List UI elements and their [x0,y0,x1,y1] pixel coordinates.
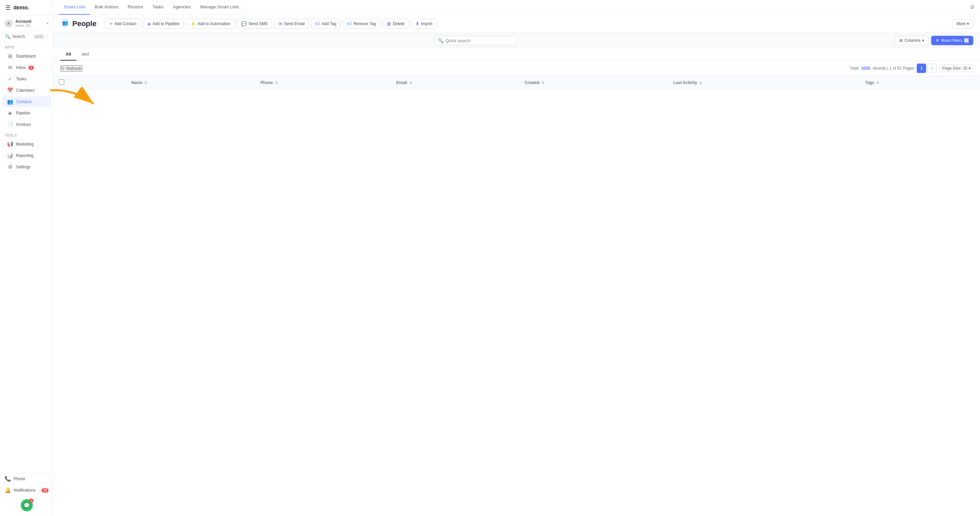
delete-button[interactable]: 🗑 Delete [382,19,409,29]
tools-section-label: Tools [0,130,53,138]
refresh-button[interactable]: ↻ Refresh [60,65,82,71]
add-tag-button[interactable]: 🏷 Add Tag [311,19,341,29]
topnav-bulk-actions[interactable]: Bulk Actions [90,0,123,15]
th-tags[interactable]: Tags ⇅ [860,76,980,89]
page-size-selector[interactable]: Page Size: 20 ▾ [940,65,973,72]
chat-bubble[interactable]: 💬 2 [21,499,33,511]
page-header: 👥 People + Add Contact ◈ Add to Pipeline… [54,15,980,33]
add-pipeline-icon: ◈ [147,21,151,27]
th-created[interactable]: Created ⇅ [519,76,668,89]
page-title-area: 👥 People [60,18,96,29]
sidebar-item-reporting[interactable]: 📊 Reporting [2,150,51,161]
topnav-divider [245,4,245,11]
main-content: Smart Lists Bulk Actions Restore Tasks A… [54,0,980,516]
chat-icon: 💬 [24,502,30,509]
phone-label: Phone [14,476,25,481]
th-phone[interactable]: Phone ⇅ [255,76,391,89]
search-label: Search [13,34,32,39]
remove-tag-button[interactable]: 🏷 Remove Tag [343,19,380,29]
activity-sort-icon: ⇅ [699,81,702,85]
account-switcher[interactable]: A Account Irvine, CA ▾ [0,16,53,31]
menu-icon[interactable]: ☰ [5,4,11,11]
send-sms-button[interactable]: 💬 Send SMS [237,19,272,29]
inbox-badge: 2 [29,65,34,70]
contacts-table-container: Name ⇅ Phone ⇅ Email ⇅ Created ⇅ Last Ac… [54,76,980,516]
notifications-label: Notifications [14,488,35,492]
sidebar-item-inbox[interactable]: ✉ Inbox 2 [2,62,51,73]
quick-search-area[interactable]: 🔍 [434,36,516,45]
topnav-tasks[interactable]: Tasks [148,0,168,15]
sidebar-label-settings: Settings [16,165,30,169]
add-automation-button[interactable]: ⚡ Add to Automation [186,19,235,29]
calendars-icon: 📅 [7,87,13,94]
table-info: Total 1028 records | 1 of 52 Pages 1 › P… [850,64,973,73]
sidebar: ☰ demo. A Account Irvine, CA ▾ 🔍 Search … [0,0,54,516]
more-filters-button[interactable]: ▼ More Filters ⬜ [931,36,973,45]
columns-label: Columns [904,38,920,43]
th-email[interactable]: Email ⇅ [391,76,519,89]
settings-icon: ⚙ [7,164,13,170]
svg-text:👥: 👥 [62,20,68,26]
created-sort-icon: ⇅ [541,81,544,85]
invoices-icon: 📄 [7,121,13,127]
topnav-manage-smart-lists[interactable]: Manage Smart Lists [196,0,243,15]
send-email-button[interactable]: ✉ Send Email [274,19,309,29]
search-arrow-icon: ↑ [46,34,49,39]
import-label: Import [421,21,433,26]
sidebar-item-calendars[interactable]: 📅 Calendars [2,85,51,96]
tab-all[interactable]: All [60,48,76,60]
columns-chevron: ▾ [922,38,924,43]
delete-icon: 🗑 [387,21,391,27]
add-contact-button[interactable]: + Add Contact [105,18,141,29]
select-all-header[interactable] [54,76,74,89]
search-icon: 🔍 [5,34,10,39]
records-text: records | 1 of 52 Pages [873,66,914,71]
notifications-icon: 🔔 [5,487,11,493]
topnav-agencies[interactable]: Agencies [169,0,196,15]
th-name[interactable]: Name ⇅ [126,76,255,89]
notifications-item[interactable]: 🔔 Notifications 14 [0,484,53,496]
table-toolbar: ↻ Refresh Total 1028 records | 1 of 52 P… [54,61,980,76]
add-pipeline-button[interactable]: ◈ Add to Pipeline [143,19,184,29]
search-shortcut: ctrl K [33,34,45,39]
topnav-settings-icon[interactable]: ⚙ [970,4,975,10]
logo-text: demo. [13,5,29,11]
sidebar-item-dashboard[interactable]: ⊞ Dashboard [2,51,51,62]
sidebar-item-pipeline[interactable]: ◈ Pipeline [2,108,51,119]
chat-badge: 2 [29,499,33,503]
more-button[interactable]: More ▾ [952,19,973,29]
account-info: Account Irvine, CA [15,19,44,27]
topnav-restore[interactable]: Restore [123,0,148,15]
sidebar-label-inbox: Inbox [16,65,26,70]
account-location: Irvine, CA [15,24,44,27]
phone-item[interactable]: 📞 Phone [0,473,53,484]
columns-button[interactable]: ⊞ Columns ▾ [895,36,928,45]
sidebar-item-contacts[interactable]: 👥 Contacts [2,96,51,107]
filters-label: More Filters [941,38,962,43]
list-tabs: All test [54,48,980,61]
import-button[interactable]: ⬆ Import [411,19,437,29]
sidebar-item-settings[interactable]: ⚙ Settings [2,162,51,172]
sidebar-item-marketing[interactable]: 📢 Marketing [2,139,51,149]
quick-search-input[interactable] [445,38,512,43]
topnav-smart-lists[interactable]: Smart Lists [59,0,90,15]
dashboard-icon: ⊞ [7,53,13,59]
th-last-activity[interactable]: Last Activity ⇅ [668,76,860,89]
table-header-row: Name ⇅ Phone ⇅ Email ⇅ Created ⇅ Last Ac… [54,76,980,89]
total-label: Total [850,66,858,71]
phone-icon: 📞 [5,476,11,482]
tab-test[interactable]: test [76,48,94,60]
sidebar-label-marketing: Marketing [16,142,34,146]
marketing-icon: 📢 [7,141,13,147]
import-icon: ⬆ [415,21,419,27]
page-1-button[interactable]: 1 [917,64,926,73]
name-sort-icon: ⇅ [144,81,147,85]
sidebar-item-tasks[interactable]: ✓ Tasks [2,74,51,84]
sidebar-label-invoices: Invoices [16,122,31,127]
sidebar-item-invoices[interactable]: 📄 Invoices [2,119,51,130]
refresh-label: Refresh [66,66,82,71]
next-page-button[interactable]: › [928,64,937,73]
search-trigger[interactable]: 🔍 Search ctrl K ↑ [0,31,53,42]
sidebar-label-reporting: Reporting [16,153,33,158]
select-all-checkbox[interactable] [59,79,64,85]
